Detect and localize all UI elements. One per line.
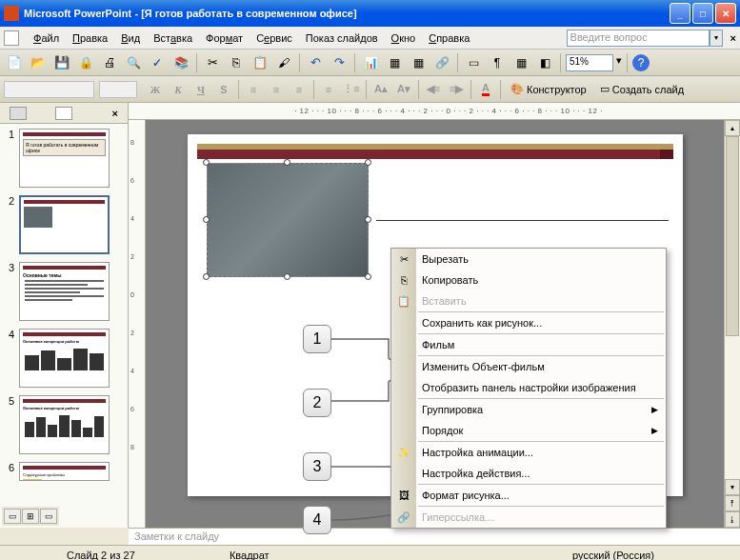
bold-button[interactable]: Ж (145, 79, 166, 100)
thumbnail[interactable] (19, 195, 110, 254)
cm-edit-movie-object[interactable]: Изменить Объект-фильм (391, 356, 666, 377)
scroll-down-button[interactable]: ▾ (725, 479, 740, 495)
font-size-input[interactable] (99, 81, 137, 98)
increase-font-button[interactable]: A▴ (370, 79, 391, 100)
thumbnail[interactable]: Структурные проблемы (19, 462, 110, 481)
menu-help[interactable]: Справка (422, 30, 476, 47)
control-icon[interactable] (4, 30, 19, 46)
resize-handle[interactable] (365, 159, 371, 166)
zoom-input[interactable]: 51% (566, 54, 613, 71)
font-family-input[interactable] (4, 81, 94, 98)
menu-format[interactable]: Формат (199, 30, 250, 47)
vertical-scrollbar[interactable]: ▴ ▾ ⭱ ⭳ (724, 120, 740, 528)
selected-image[interactable] (207, 163, 369, 277)
print-button[interactable] (99, 52, 120, 73)
research-button[interactable]: 📚 (170, 52, 191, 73)
sorter-view-button[interactable]: ⊞ (22, 509, 39, 524)
thumbnail[interactable]: Основные концепции работы (19, 395, 110, 454)
underline-button[interactable]: Ч (190, 79, 211, 100)
language-indicator[interactable]: русский (Россия) (572, 550, 654, 561)
thumbnail[interactable]: Основные концепции работы (19, 329, 110, 388)
thumbnail-item[interactable]: 6 Структурные проблемы (5, 462, 123, 481)
print-preview-button[interactable]: 🔍 (123, 52, 144, 73)
bullets-button[interactable]: ⋮≡ (341, 79, 362, 100)
expand-all-button[interactable]: ▭ (463, 52, 484, 73)
slides-tab[interactable] (55, 107, 72, 120)
menu-view[interactable]: Вид (114, 30, 147, 47)
resize-handle[interactable] (203, 216, 210, 223)
resize-handle[interactable] (203, 159, 210, 166)
minimize-button[interactable]: _ (670, 3, 690, 24)
cm-movie[interactable]: Фильм (391, 334, 666, 355)
cm-show-picture-toolbar[interactable]: Отобразить панель настройки изображения (391, 377, 666, 398)
copy-button[interactable] (226, 52, 247, 73)
undo-button[interactable] (305, 52, 326, 73)
menu-edit[interactable]: Правка (66, 30, 114, 47)
next-slide-button[interactable]: ⭳ (725, 511, 740, 528)
resize-handle[interactable] (203, 273, 210, 280)
show-grid-button[interactable]: ▦ (510, 52, 531, 73)
menu-file[interactable]: Файл (27, 30, 66, 47)
cm-save-as-picture[interactable]: Сохранить как рисунок... (391, 312, 666, 333)
scroll-thumb[interactable] (726, 136, 739, 336)
cm-order[interactable]: Порядок▶ (391, 420, 666, 441)
prev-slide-button[interactable]: ⭱ (725, 495, 740, 511)
menu-window[interactable]: Окно (385, 30, 423, 47)
numbering-button[interactable]: ≡ (318, 79, 339, 100)
menu-slideshow[interactable]: Показ слайдов (299, 30, 385, 47)
redo-button[interactable] (329, 52, 350, 73)
panel-close-button[interactable]: × (112, 108, 118, 119)
cm-grouping[interactable]: Группировка▶ (391, 399, 666, 420)
slideshow-view-button[interactable]: ▭ (40, 509, 57, 524)
permission-button[interactable]: 🔒 (75, 52, 96, 73)
cm-action-settings[interactable]: Настройка действия... (391, 463, 666, 484)
scroll-up-button[interactable]: ▴ (725, 120, 740, 136)
align-left-button[interactable]: ≡ (243, 79, 264, 100)
save-button[interactable] (51, 52, 72, 73)
increase-indent-button[interactable]: ≡▶ (446, 79, 467, 100)
align-center-button[interactable]: ≡ (266, 79, 287, 100)
cm-custom-animation[interactable]: ✨Настройка анимации... (391, 442, 666, 463)
insert-table-button[interactable]: ▦ (384, 52, 405, 73)
paste-button[interactable] (250, 52, 270, 73)
thumbnail[interactable]: Я готов работать в современном офисе (19, 129, 110, 188)
tables-borders-button[interactable]: ▦ (408, 52, 429, 73)
help-search-input[interactable]: Введите вопрос (567, 30, 710, 47)
cm-format-picture[interactable]: 🖼Формат рисунка... (391, 485, 666, 506)
font-color-button[interactable]: A (475, 79, 496, 100)
decrease-font-button[interactable]: A▾ (393, 79, 414, 100)
resize-handle[interactable] (284, 273, 290, 280)
notes-pane[interactable]: Заметки к слайду (129, 528, 740, 545)
thumbnail-item[interactable]: 1 Я готов работать в современном офисе (5, 129, 123, 188)
zoom-dropdown[interactable]: ▾ (616, 54, 622, 71)
resize-handle[interactable] (365, 273, 371, 280)
format-painter-button[interactable]: 🖌 (273, 52, 294, 73)
thumbnail-item[interactable]: 2 (5, 195, 123, 254)
close-button[interactable]: ✕ (715, 3, 736, 24)
open-button[interactable] (28, 52, 49, 73)
cm-copy[interactable]: ⎘Копировать (391, 270, 666, 290)
help-button[interactable]: ? (632, 54, 650, 71)
outline-tab[interactable] (10, 107, 27, 120)
new-slide-button[interactable]: ▭ Создать слайд (594, 81, 690, 97)
resize-handle[interactable] (365, 216, 371, 223)
shadow-button[interactable]: S (213, 79, 234, 100)
design-button[interactable]: 🎨 Конструктор (505, 81, 592, 97)
cut-button[interactable] (202, 52, 223, 73)
doc-close-button[interactable]: × (730, 32, 736, 44)
thumbnail-item[interactable]: 3 Основные темы (5, 262, 123, 321)
maximize-button[interactable]: □ (692, 3, 713, 24)
show-formatting-button[interactable]: ¶ (487, 52, 508, 73)
italic-button[interactable]: К (168, 79, 189, 100)
decrease-indent-button[interactable]: ◀≡ (423, 79, 444, 100)
insert-hyperlink-button[interactable]: 🔗 (431, 52, 452, 73)
spellcheck-button[interactable]: ✓ (147, 52, 168, 73)
cm-cut[interactable]: ✂Вырезать (391, 249, 666, 270)
thumbnail-item[interactable]: 4 Основные концепции работы (5, 329, 123, 388)
thumbnail-item[interactable]: 5 Основные концепции работы (5, 395, 123, 454)
thumbnail[interactable]: Основные темы (19, 262, 110, 321)
align-right-button[interactable]: ≡ (289, 79, 310, 100)
help-dropdown[interactable]: ▾ (710, 30, 723, 47)
insert-chart-button[interactable]: 📊 (360, 52, 381, 73)
resize-handle[interactable] (284, 159, 290, 166)
